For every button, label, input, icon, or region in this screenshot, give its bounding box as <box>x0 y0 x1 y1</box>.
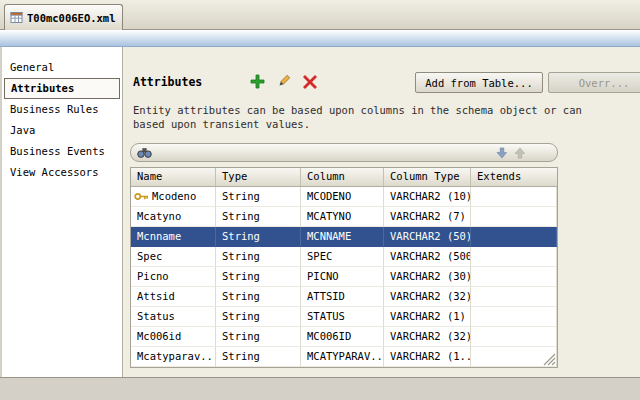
column-header-extends[interactable]: Extends <box>471 168 557 186</box>
cell-name: Mcatyparav... <box>131 347 216 367</box>
editor-tab-title: T00mc006EO.xml <box>27 12 116 24</box>
table-row[interactable]: Status String STATUS VARCHAR2 (1) <box>131 307 557 327</box>
cell-type: String <box>216 227 301 247</box>
table-row[interactable]: Mcatyno String MCATYNO VARCHAR2 (7) <box>131 207 557 227</box>
cell-column-type: VARCHAR2 (32) <box>384 287 471 307</box>
table-row-selected[interactable]: Mcnname String MCNNAME VARCHAR2 (50) <box>131 227 557 247</box>
sidebar-item-general[interactable]: General <box>2 57 122 78</box>
table-row[interactable]: Attsid String ATTSID VARCHAR2 (32) <box>131 287 557 307</box>
cell-name: Mc006id <box>131 327 216 347</box>
add-from-table-button[interactable]: Add from Table... <box>415 72 543 93</box>
table-header: Name Type Column Column Type Extends <box>131 168 557 187</box>
cell-column: MCATYPARAV... <box>301 347 384 367</box>
table-row[interactable]: Mcodeno String MCODENO VARCHAR2 (10) <box>131 187 557 207</box>
resize-grip-icon <box>543 353 556 366</box>
editor-tab[interactable]: T00mc006EO.xml <box>4 4 123 30</box>
cell-column: STATUS <box>301 307 384 327</box>
find-button[interactable] <box>137 145 152 160</box>
table-resize-grip[interactable] <box>543 353 556 366</box>
column-header-type[interactable]: Type <box>216 168 301 186</box>
cell-name: Mcatyno <box>131 207 216 227</box>
attributes-table: Name Type Column Column Type Extends Mco… <box>130 167 558 368</box>
down-arrow-icon <box>496 147 508 159</box>
cell-name: Picno <box>131 267 216 287</box>
cell-column-type: VARCHAR2 (30) <box>384 267 471 287</box>
cell-column: SPEC <box>301 247 384 267</box>
editor-tab-bar: T00mc006EO.xml <box>0 0 640 30</box>
edit-attribute-button[interactable] <box>275 73 292 90</box>
override-button[interactable]: Overr... <box>548 72 640 93</box>
cell-column: MCATYNO <box>301 207 384 227</box>
cell-column-type: VARCHAR2 (1) <box>384 307 471 327</box>
cell-column: MCNNAME <box>301 227 384 247</box>
page-title: Attributes <box>133 75 202 89</box>
cell-column-type: VARCHAR2 (7) <box>384 207 471 227</box>
sidebar-item-attributes[interactable]: Attributes <box>4 78 120 99</box>
cell-name: Mcnname <box>131 227 216 247</box>
table-row[interactable]: Mc006id String MC006ID VARCHAR2 (32) <box>131 327 557 347</box>
sidebar-item-business-events[interactable]: Business Events <box>2 141 122 162</box>
move-up-button[interactable] <box>512 145 527 160</box>
binoculars-icon <box>137 147 152 159</box>
cell-type: String <box>216 327 301 347</box>
cell-column-type: VARCHAR2 (10) <box>384 187 471 207</box>
pencil-icon <box>276 74 291 89</box>
cell-name: Attsid <box>131 287 216 307</box>
delete-x-icon <box>303 75 317 89</box>
up-arrow-icon <box>514 147 526 159</box>
cell-extends <box>471 307 557 327</box>
table-row[interactable]: Picno String PICNO VARCHAR2 (30) <box>131 267 557 287</box>
delete-attribute-button[interactable] <box>301 73 318 90</box>
cell-type: String <box>216 207 301 227</box>
cell-type: String <box>216 287 301 307</box>
cell-name: Spec <box>131 247 216 267</box>
cell-column: MC006ID <box>301 327 384 347</box>
cell-extends <box>471 187 557 207</box>
cell-type: String <box>216 267 301 287</box>
sidebar-item-business-rules[interactable]: Business Rules <box>2 99 122 120</box>
editor-header-band <box>0 30 640 47</box>
cell-extends <box>471 267 557 287</box>
cell-column-type: VARCHAR2 (50) <box>384 227 471 247</box>
key-icon <box>134 192 149 201</box>
cell-type: String <box>216 187 301 207</box>
table-row[interactable]: Spec String SPEC VARCHAR2 (500) <box>131 247 557 267</box>
entity-object-icon <box>10 11 23 24</box>
attributes-panel: Attributes Add from Table... Overr... En… <box>123 47 640 377</box>
sidebar-item-java[interactable]: Java <box>2 120 122 141</box>
table-toolbar <box>130 143 558 162</box>
move-down-button[interactable] <box>494 145 509 160</box>
cell-extends <box>471 247 557 267</box>
sidebar-item-view-accessors[interactable]: View Accessors <box>2 162 122 183</box>
column-header-name[interactable]: Name <box>131 168 216 186</box>
table-row[interactable]: Mcatyparav... String MCATYPARAV... VARCH… <box>131 347 557 367</box>
cell-column: ATTSID <box>301 287 384 307</box>
cell-column-type: VARCHAR2 (1... <box>384 347 471 367</box>
window-bottom-strip <box>0 377 640 400</box>
cell-type: String <box>216 307 301 327</box>
cell-extends <box>471 287 557 307</box>
add-attribute-button[interactable] <box>249 73 266 90</box>
description-line-1: Entity attributes can be based upon colu… <box>133 104 582 116</box>
cell-extends <box>471 207 557 227</box>
column-header-column-type[interactable]: Column Type <box>384 168 471 186</box>
entity-object-editor-window: T00mc006EO.xml General Attributes Busine… <box>0 0 640 400</box>
cell-name: Status <box>131 307 216 327</box>
cell-type: String <box>216 347 301 367</box>
column-header-column[interactable]: Column <box>301 168 384 186</box>
category-nav: General Attributes Business Rules Java B… <box>2 47 123 377</box>
cell-column: PICNO <box>301 267 384 287</box>
cell-extends <box>471 327 557 347</box>
cell-column-type: VARCHAR2 (32) <box>384 327 471 347</box>
cell-extends <box>471 227 557 247</box>
cell-column-type: VARCHAR2 (500) <box>384 247 471 267</box>
cell-type: String <box>216 247 301 267</box>
cell-column: MCODENO <box>301 187 384 207</box>
description-line-2: based upon transient values. <box>133 118 310 130</box>
cell-name: Mcodeno <box>131 187 216 207</box>
plus-icon <box>250 74 265 89</box>
